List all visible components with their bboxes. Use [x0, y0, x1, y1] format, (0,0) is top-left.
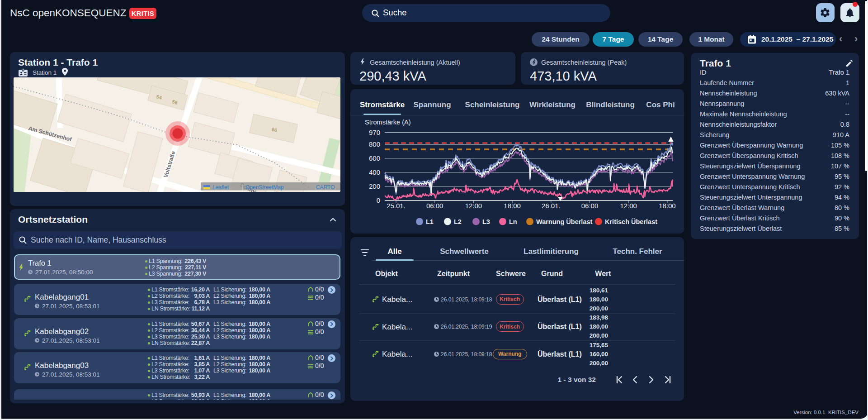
svg-text:26.01.: 26.01. [542, 202, 561, 210]
svg-text:L1: L1 [426, 218, 434, 225]
svg-text:Warnung Überlast: Warnung Überlast [536, 218, 593, 225]
svg-text:CARTO: CARTO [316, 184, 335, 191]
svg-text:|: | [242, 184, 243, 191]
svg-text:0: 0 [377, 196, 380, 204]
svg-text:Stromstärke (A): Stromstärke (A) [365, 119, 411, 126]
svg-text:L2: L2 [454, 218, 462, 225]
svg-text:06:00: 06:00 [581, 202, 599, 210]
svg-text:06:00: 06:00 [426, 202, 443, 210]
svg-text:Ln: Ln [509, 218, 517, 225]
svg-text:12:00: 12:00 [620, 202, 637, 210]
svg-text:970: 970 [369, 129, 380, 136]
svg-text:25.01.: 25.01. [387, 202, 406, 210]
svg-text:600: 600 [369, 154, 380, 162]
svg-text:18:00: 18:00 [504, 202, 521, 210]
svg-text:18:00: 18:00 [659, 202, 676, 210]
svg-text:OpenStreetMap: OpenStreetMap [245, 184, 284, 191]
svg-text:Leaflet: Leaflet [212, 184, 229, 191]
svg-text:400: 400 [369, 168, 380, 176]
svg-text:Kritisch Überlast: Kritisch Überlast [605, 218, 657, 225]
svg-text:12:00: 12:00 [465, 202, 482, 210]
svg-text:800: 800 [369, 140, 380, 148]
svg-text:L3: L3 [482, 218, 490, 225]
svg-text:200: 200 [369, 182, 380, 190]
